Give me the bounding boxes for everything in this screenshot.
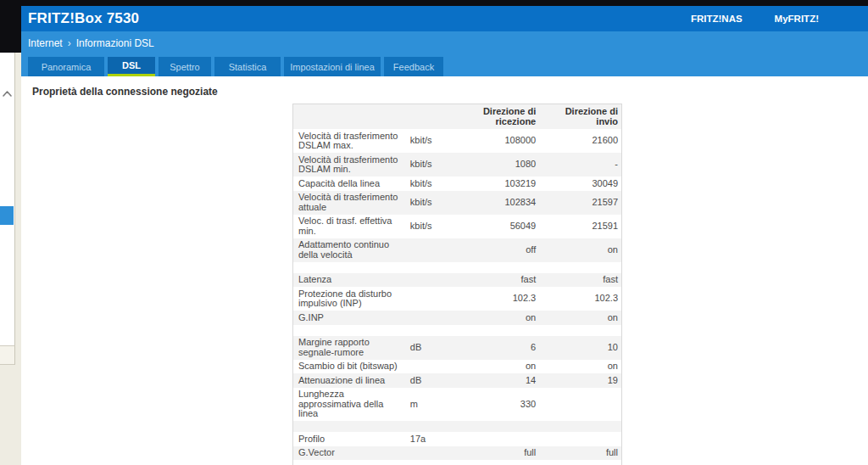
fritz-nas-link[interactable]: FRITZ!NAS xyxy=(691,14,743,24)
cell-tx-value: full xyxy=(539,446,621,461)
cell-unit: dB xyxy=(407,373,463,388)
sidebar-active-item[interactable] xyxy=(0,206,14,225)
chevron-up-icon[interactable] xyxy=(2,89,13,98)
cell-rx-value: on xyxy=(463,360,539,374)
cell-label: Lunghezza approssimativa della linea xyxy=(293,388,407,422)
sidebar-footer xyxy=(0,345,15,365)
cell-rx-value: 102.3 xyxy=(463,287,539,311)
spacer-cell xyxy=(293,262,622,273)
cell-rx-value: 102834 xyxy=(463,191,539,215)
tab-feedback[interactable]: Feedback xyxy=(384,57,443,76)
table-row: Margine rapporto segnale-rumoredB610 xyxy=(293,336,622,360)
table-row: Veloc. di trasf. effettiva min.kbit/s560… xyxy=(293,215,622,238)
cell-unit: kbit/s xyxy=(407,129,463,153)
cell-unit xyxy=(407,238,463,262)
table-row: G.INPonon xyxy=(293,311,622,325)
cell-unit: m xyxy=(407,388,463,422)
cell-rx-value: 108000 xyxy=(463,129,539,153)
cell-tx-value: 30049 xyxy=(539,176,621,191)
cell-label: Profilo xyxy=(293,432,407,446)
cell-rx-value: fast xyxy=(463,273,539,288)
cell-rx-value: on xyxy=(463,311,539,325)
spacer-cell xyxy=(293,460,622,465)
table-spacer-row xyxy=(293,325,622,336)
cell-label: Velocità di trasferimento DSLAM min. xyxy=(293,153,407,176)
table-row: Protezione da disturbo impulsivo (INP)10… xyxy=(293,287,622,311)
spacer-cell xyxy=(293,325,622,336)
cell-rx-value: 1080 xyxy=(463,153,539,176)
cell-unit xyxy=(407,360,463,374)
cell-label: Veloc. di trasf. effettiva min. xyxy=(293,215,407,238)
header-cell-rx: Direzione di ricezione xyxy=(463,104,539,130)
cell-rx-value: off xyxy=(463,238,539,262)
header-cell-unit xyxy=(407,104,463,130)
cell-label: Velocità di trasferimento attuale xyxy=(293,191,407,215)
cell-rx-value: 6 xyxy=(463,336,539,360)
cell-rx-value xyxy=(463,432,539,446)
table-row: Lunghezza approssimativa della lineam330 xyxy=(293,388,622,422)
tab-spettro[interactable]: Spettro xyxy=(159,57,211,76)
app-title: FRITZ!Box 7530 xyxy=(28,10,139,27)
breadcrumb-page: Informazioni DSL xyxy=(76,37,154,49)
cell-tx-value: 21591 xyxy=(539,215,621,238)
tab-impostazioni-di-linea[interactable]: Impostazioni di linea xyxy=(284,57,381,76)
breadcrumb-separator-icon: › xyxy=(68,37,71,49)
cell-tx-value: on xyxy=(539,360,621,374)
cell-unit xyxy=(407,311,463,325)
tab-bar: Panoramica DSL Spettro Statistica Impost… xyxy=(0,54,868,76)
tab-panoramica[interactable]: Panoramica xyxy=(28,57,104,76)
table-row: Capacità della lineakbit/s10321930049 xyxy=(293,176,622,191)
cell-unit: dB xyxy=(407,336,463,360)
cell-label: Attenuazione di linea xyxy=(293,373,407,388)
breadcrumb-bar: Internet›Informazioni DSL xyxy=(0,31,868,54)
table-row: G.Vectorfullfull xyxy=(293,446,622,461)
cell-unit: kbit/s xyxy=(407,176,463,191)
cell-rx-value: full xyxy=(463,446,539,461)
cell-tx-value xyxy=(539,432,621,446)
table-row: Velocità di trasferimento DSLAM max.kbit… xyxy=(293,129,622,153)
breadcrumb-section[interactable]: Internet xyxy=(28,37,63,49)
cell-tx-value: 10 xyxy=(539,336,621,360)
cell-unit xyxy=(407,287,463,311)
cell-unit: kbit/s xyxy=(407,191,463,215)
table-row: Velocità di trasferimento attualekbit/s1… xyxy=(293,191,622,215)
cell-label: Margine rapporto segnale-rumore xyxy=(293,336,407,360)
cell-rx-value: 56049 xyxy=(463,215,539,238)
cell-tx-value: fast xyxy=(539,273,621,288)
table-row: Latenzafastfast xyxy=(293,273,622,288)
cell-rx-value: 103219 xyxy=(463,176,539,191)
cell-label: Latenza xyxy=(293,273,407,288)
cell-label: Adattamento continuo della velocità xyxy=(293,238,407,262)
table-row: Adattamento continuo della velocitàoffon xyxy=(293,238,622,262)
cell-unit: 17a xyxy=(407,432,463,446)
cell-rx-value: 14 xyxy=(463,373,539,388)
top-black-bar xyxy=(0,0,868,6)
table-spacer-row xyxy=(293,460,622,465)
cell-tx-value: 19 xyxy=(539,373,621,388)
cell-tx-value: 21600 xyxy=(539,129,621,153)
header-bar: FRITZ!Box 7530 FRITZ!NAS MyFRITZ! xyxy=(0,6,868,31)
table-row: Scambio di bit (bitswap)onon xyxy=(293,360,622,374)
spacer-cell xyxy=(293,421,622,432)
cell-label: Scambio di bit (bitswap) xyxy=(293,360,407,374)
top-left-corner xyxy=(0,0,21,53)
table-spacer-row xyxy=(293,421,622,432)
breadcrumb: Internet›Informazioni DSL xyxy=(28,37,154,49)
cell-unit: kbit/s xyxy=(407,215,463,238)
cell-unit xyxy=(407,446,463,461)
cell-rx-value: 330 xyxy=(463,388,539,422)
cell-label: Capacità della linea xyxy=(293,176,407,191)
cell-unit: kbit/s xyxy=(407,153,463,176)
cell-label: G.INP xyxy=(293,311,407,325)
cell-label: Protezione da disturbo impulsivo (INP) xyxy=(293,287,407,311)
tab-statistica[interactable]: Statistica xyxy=(214,57,281,76)
cell-label: Velocità di trasferimento DSLAM max. xyxy=(293,129,407,153)
table-row: Profilo17a xyxy=(293,432,622,446)
cell-tx-value: on xyxy=(539,311,621,325)
table-header-row: Direzione di ricezione Direzione di invi… xyxy=(293,104,622,130)
page-title: Proprietà della connessione negoziate xyxy=(32,86,218,98)
table-spacer-row xyxy=(293,262,622,273)
tab-dsl[interactable]: DSL xyxy=(108,57,155,76)
myfritz-link[interactable]: MyFRITZ! xyxy=(775,14,819,24)
header-links: FRITZ!NAS MyFRITZ! xyxy=(691,6,819,31)
